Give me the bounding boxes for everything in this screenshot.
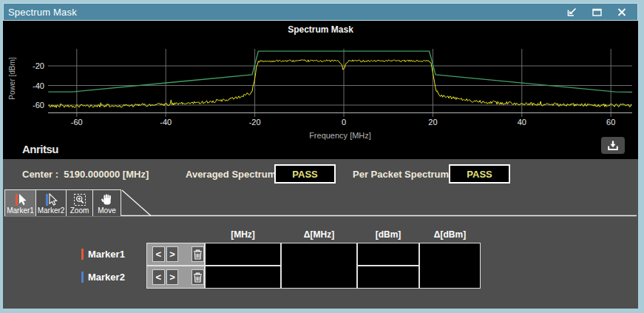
tool-tabs: Marker1 Marker2 (4, 189, 121, 216)
marker2-label-text: Marker2 (88, 272, 125, 283)
marker2-controls: < > (146, 266, 205, 289)
tab-marker2[interactable]: Marker2 (35, 189, 67, 216)
tab-label: Marker2 (38, 206, 65, 215)
per-packet-spectrum-result-badge: PASS (449, 164, 510, 184)
svg-text:-20: -20 (33, 61, 44, 70)
marker2-step-right-button[interactable]: > (166, 269, 179, 285)
pop-in-icon (566, 7, 577, 17)
download-icon (607, 140, 619, 152)
marker1-row-label: Marker1 (77, 243, 146, 266)
tab-zoom[interactable]: Zoom (66, 189, 93, 216)
trash-icon (193, 272, 203, 283)
marker2-cursor-icon (44, 193, 58, 206)
tab-label: Marker1 (7, 206, 34, 215)
center-frequency-label: Center : 5190.000000 [MHz] (22, 164, 149, 184)
marker1-step-right-button[interactable]: > (166, 246, 179, 262)
marker1-step-left-button[interactable]: < (152, 246, 165, 262)
svg-text:-40: -40 (160, 118, 172, 127)
marker2-dbm-value (357, 266, 419, 289)
delta-dbm-value (419, 243, 481, 289)
maximize-icon (592, 7, 603, 17)
pop-in-button[interactable] (562, 4, 581, 19)
spectrum-mask-window: Spectrum Mask Spectrum Mask -60-40-20020… (3, 3, 638, 309)
marker1-controls: < > (146, 243, 205, 266)
window-title: Spectrum Mask (4, 7, 77, 18)
close-icon (617, 7, 627, 17)
tab-move[interactable]: Move (92, 189, 121, 216)
title-bar: Spectrum Mask (3, 3, 638, 21)
marker2-color-bar (81, 272, 84, 283)
averaged-spectrum-result-badge: PASS (274, 164, 336, 184)
delta-mhz-value (281, 243, 357, 289)
download-button[interactable] (601, 137, 625, 154)
column-header-delta-dbm: Δ[dBm] (419, 229, 481, 243)
spectrum-plot: -60-40-200204060-20-40-60Frequency [MHz]… (3, 21, 638, 159)
marker1-label-text: Marker1 (88, 249, 125, 260)
close-button[interactable] (612, 4, 631, 19)
control-panel: Center : 5190.000000 [MHz] Averaged Spec… (3, 159, 638, 309)
per-packet-spectrum-label: Per Packet Spectrum (353, 164, 449, 184)
tab-label: Move (98, 206, 115, 215)
svg-text:40: 40 (518, 118, 526, 127)
svg-text:Power [dBm]: Power [dBm] (8, 57, 16, 99)
svg-text:60: 60 (606, 118, 615, 127)
marker1-mhz-value (205, 243, 281, 266)
zoom-magnifier-icon (73, 193, 87, 206)
marker1-color-bar (81, 249, 84, 260)
marker1-cursor-icon (14, 193, 27, 206)
column-header-mhz: [MHz] (205, 229, 281, 243)
header-spacer (146, 229, 205, 243)
averaged-spectrum-label: Averaged Spectrum (186, 164, 276, 184)
svg-text:-40: -40 (33, 81, 44, 90)
svg-text:-20: -20 (249, 118, 261, 127)
svg-text:20: 20 (428, 118, 437, 127)
tab-marker1[interactable]: Marker1 (4, 189, 36, 216)
column-header-delta-mhz: Δ[MHz] (281, 229, 357, 243)
maximize-button[interactable] (587, 4, 606, 19)
svg-text:0: 0 (342, 118, 346, 127)
tool-tab-strip: Marker1 Marker2 (3, 189, 638, 217)
marker2-row-label: Marker2 (77, 266, 146, 289)
tab-label: Zoom (70, 206, 89, 215)
marker1-delete-button[interactable] (191, 246, 204, 262)
svg-text:-60: -60 (71, 118, 83, 127)
move-hand-icon (101, 193, 113, 206)
spectrum-chart-area: Spectrum Mask -60-40-200204060-20-40-60F… (3, 21, 638, 159)
header-spacer (77, 229, 146, 243)
column-header-dbm: [dBm] (357, 229, 419, 243)
marker-table: [MHz] Δ[MHz] [dBm] Δ[dBm] Marker1 < > (77, 229, 481, 289)
marker2-mhz-value (205, 266, 281, 289)
svg-text:-60: -60 (33, 101, 44, 110)
trash-icon (193, 249, 203, 260)
marker1-dbm-value (357, 243, 419, 266)
anritsu-logo: Anritsu (22, 143, 58, 155)
marker2-step-left-button[interactable]: < (152, 269, 165, 285)
marker2-delete-button[interactable] (191, 269, 204, 285)
svg-text:Frequency [MHz]: Frequency [MHz] (309, 131, 371, 140)
